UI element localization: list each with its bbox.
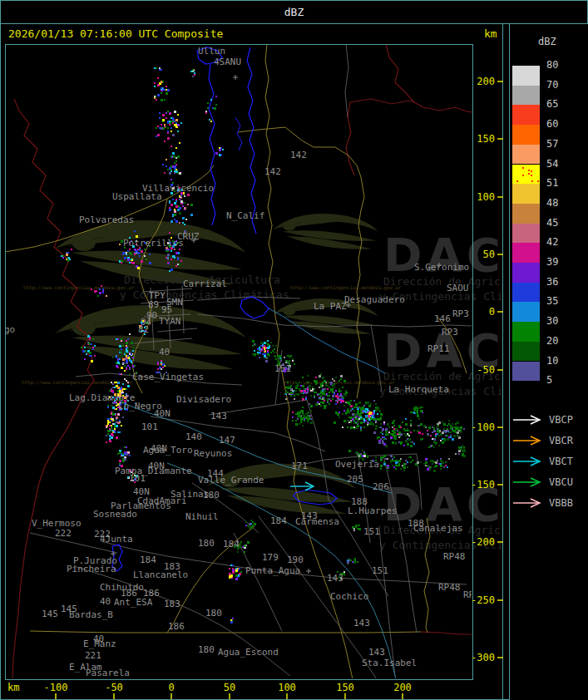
map-label: 206 (373, 481, 389, 492)
map-label: 146 (434, 313, 451, 324)
province-border-e (350, 99, 414, 104)
map-label: N_Calif (226, 210, 264, 221)
colorbar-cell-36 (512, 283, 540, 303)
map-label: Canalejas (413, 523, 463, 534)
colorbar-cell-60 (512, 125, 540, 145)
map-label: 171 (291, 461, 308, 471)
colorbar-cell-57 (512, 145, 540, 165)
legend-item-vbcu: VBCU (512, 476, 573, 488)
map-label: La PAZ (314, 301, 347, 312)
map-label: Nihuil (185, 511, 219, 522)
colorbar-cell-70 (512, 86, 540, 106)
map-label: 221 (85, 650, 101, 661)
map-label: Cochico (330, 591, 368, 602)
colorscale-panel: dBZ 807065605754514845423936353020105 VB… (509, 24, 588, 700)
map-label: 180 (198, 644, 215, 655)
map-label: Agua_Escond (218, 647, 279, 658)
x-axis-unit-label: km (7, 682, 19, 693)
y-axis-tick-label: 100 (477, 191, 495, 203)
map-label: L.Huarpes (348, 505, 398, 516)
colorbar-cell-80 (512, 66, 540, 86)
colorbar-tick-label: 45 (546, 217, 558, 229)
x-axis-tick-label: 50 (224, 682, 235, 693)
y-axis-tick-label: -150 (471, 479, 495, 490)
map-label: 40 (159, 347, 170, 357)
map-label: 183 (164, 599, 180, 609)
lapampa-border (30, 631, 421, 633)
x-axis-tick-label: 100 (278, 682, 296, 693)
map-label: 144 (207, 468, 224, 479)
colorbar-cell-54 (512, 165, 540, 185)
colorbar-cell-65 (512, 105, 540, 125)
radar-arrow-icon (512, 436, 542, 446)
route-north (238, 127, 364, 398)
y-axis-unit-label: km (484, 27, 497, 40)
colorbar-tick-label: 60 (546, 118, 558, 130)
radar-arrow-icon (512, 477, 542, 487)
map-label: 151 (372, 565, 388, 576)
y-axis-tick-label: -200 (471, 536, 495, 548)
colorbar-tick-label: 70 (546, 79, 558, 91)
map-label: 222 (55, 528, 72, 539)
colorbar-tick-label: 10 (546, 355, 558, 367)
colorbar-tick-label: 20 (546, 335, 558, 347)
grid-7 (157, 328, 197, 332)
map-label: SAOU (447, 283, 469, 293)
map-label: 142 (264, 166, 281, 177)
map-label: Divisadero (176, 394, 231, 405)
map-label: 40N (151, 443, 167, 454)
map-label: 179 (262, 552, 279, 563)
map-label: Sosneado (93, 509, 137, 520)
colorbar-cell-48 (512, 204, 540, 224)
y-axis-tick-label: 150 (477, 133, 495, 145)
map-label: La Horqueta (388, 384, 449, 395)
header-row: 2026/01/13 07:16:00 UTC Composite km (1, 24, 502, 43)
colorbar-tick-label: 35 (546, 295, 558, 307)
map-label: Carmensa (295, 516, 339, 527)
x-axis-tick-label: 0 (168, 682, 174, 693)
x-axis-tick-label: -100 (44, 682, 68, 693)
legend-label: VBCU (549, 476, 573, 488)
map-label: 205 (347, 474, 363, 485)
radar-arrow-icon (512, 456, 542, 466)
x-axis-tick-label: -50 (105, 682, 123, 693)
radar-app-window: DACCDACCDACCDirección de Agriculturay Co… (0, 0, 588, 700)
map-label: Carrizal (183, 279, 227, 289)
x-axis-tick-label: 200 (393, 682, 412, 693)
map-label: 40 (100, 596, 111, 607)
window-titlebar: dBZ (1, 1, 587, 24)
legend-label: VBCT (549, 456, 573, 467)
colorbar-tick-label: 80 (546, 59, 558, 71)
y-axis-tick-label: -300 (471, 652, 495, 663)
map-label: Potrerillos (123, 238, 184, 249)
colorbar-cell-10 (512, 362, 540, 382)
map-label: Uspallata (112, 191, 162, 202)
map-label: 101 (141, 421, 158, 432)
colorbar-cell-35 (512, 302, 540, 322)
watermark-url: http://www.contingencias.mendoza.gov.ar (290, 284, 402, 291)
map-label: 151 (274, 363, 291, 374)
map-label: 143 (368, 647, 385, 658)
colorbar-cell-45 (512, 224, 540, 244)
y-axis-tick-label: -50 (477, 364, 495, 376)
map-label: RP11 (427, 343, 450, 354)
legend-item-vbbb: VBBB (512, 497, 573, 509)
legend-item-vbcp: VBCP (512, 414, 573, 426)
map-label: 4SANU (214, 57, 241, 67)
map-label: 184 (270, 515, 287, 526)
legend-label: VBCR (549, 435, 573, 446)
map-label: 4Junta (100, 534, 133, 545)
radar-map: DACCDACCDACCDirección de Agriculturay Co… (1, 1, 588, 700)
map-label: Desaguadero (344, 294, 405, 305)
watermark-layer: DACCDACCDACCDirección de Agriculturay Co… (22, 214, 549, 551)
radar-arrow-icon (512, 415, 542, 425)
map-label: Pasarela (86, 668, 130, 678)
colorbar-cell-51 (512, 184, 540, 204)
map-label: 184 (140, 555, 156, 565)
map-label: Polvaredas (79, 214, 134, 225)
map-label: 95 (161, 304, 172, 315)
map-label: 180 (203, 490, 220, 500)
river-branch (235, 117, 242, 150)
y-axis-tick-label: -250 (471, 594, 495, 606)
map-label: 180 (205, 608, 222, 619)
